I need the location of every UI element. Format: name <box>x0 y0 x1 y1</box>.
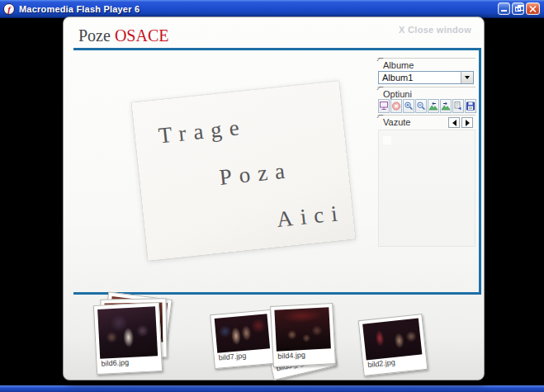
arrow-right-icon <box>466 120 470 126</box>
photo-drop-zone[interactable]: Trage Poza Aici <box>132 81 356 260</box>
zoom-in-icon <box>404 101 414 111</box>
photo <box>97 306 158 359</box>
chevron-down-icon <box>465 76 470 79</box>
viewed-prev-button[interactable] <box>448 117 460 128</box>
rotate-right-button[interactable] <box>440 99 452 113</box>
viewed-section-label: Vazute <box>383 117 410 127</box>
drop-zone-word: Trage <box>157 104 343 149</box>
minimize-icon <box>501 10 507 12</box>
page-title-accent: OSACE <box>115 26 169 45</box>
albums-section-label: Albume <box>383 60 414 70</box>
page-title: Poze OSACE <box>78 26 168 45</box>
viewed-next-button[interactable] <box>461 117 473 128</box>
album-dropdown-button[interactable] <box>461 72 473 83</box>
save-icon <box>466 101 475 111</box>
album-selected-value: Album1 <box>379 72 461 83</box>
photo <box>215 314 270 352</box>
zoom-out-button[interactable] <box>415 99 427 113</box>
options-section-label: Optiuni <box>383 89 412 99</box>
restore-button[interactable] <box>512 2 524 15</box>
rotate-right-icon <box>441 101 451 111</box>
photo-thumbnail[interactable]: bild6.jpg <box>93 302 163 375</box>
zoom-out-icon <box>416 101 426 111</box>
window-titlebar: f Macromedia Flash Player 6 <box>0 0 544 18</box>
page-title-prefix: Poze <box>78 26 111 45</box>
window-bottom-border <box>0 385 544 392</box>
window-title: Macromedia Flash Player 6 <box>19 4 140 14</box>
header-divider <box>73 48 481 50</box>
photo-thumbnail[interactable]: bild2.jpg <box>358 314 428 376</box>
photo <box>362 319 422 361</box>
rotate-left-icon <box>428 101 438 111</box>
close-window-link[interactable]: X Close window <box>399 25 471 35</box>
transfer-icon <box>453 101 463 111</box>
section-divider <box>377 115 475 116</box>
delete-button[interactable] <box>390 99 402 113</box>
album-select[interactable]: Album1 <box>378 71 474 84</box>
arrow-left-icon <box>452 120 456 126</box>
photo-thumbnail[interactable]: bild7.jpg <box>210 309 275 369</box>
delete-icon <box>391 101 401 111</box>
options-toolbar <box>378 99 475 113</box>
restore-icon <box>515 7 521 12</box>
photo-filename: bild4.jpg <box>277 348 332 362</box>
display-button[interactable] <box>378 99 390 113</box>
photo <box>274 307 331 351</box>
drop-zone-word: Poza <box>218 152 348 191</box>
minimize-button[interactable] <box>498 2 510 15</box>
right-frame-line <box>479 48 481 295</box>
photo-album-app: Poze OSACE X Close window Trage Poza Aic… <box>63 17 485 380</box>
transfer-button[interactable] <box>452 99 464 113</box>
section-divider <box>377 58 475 59</box>
flash-player-icon: f <box>3 3 15 15</box>
rotate-left-button[interactable] <box>428 99 439 113</box>
viewed-photos-panel[interactable] <box>378 130 475 247</box>
display-icon <box>379 101 389 111</box>
section-divider <box>377 87 475 87</box>
photo-filename: bild6.jpg <box>100 356 158 371</box>
photo-thumbnail[interactable]: bild4.jpg <box>270 303 336 367</box>
close-button[interactable] <box>526 2 540 15</box>
empty-thumbnail-slot <box>383 136 391 144</box>
save-button[interactable] <box>465 99 476 113</box>
close-icon <box>528 5 537 13</box>
drop-zone-word: Aici <box>276 200 354 233</box>
zoom-in-button[interactable] <box>403 99 414 113</box>
